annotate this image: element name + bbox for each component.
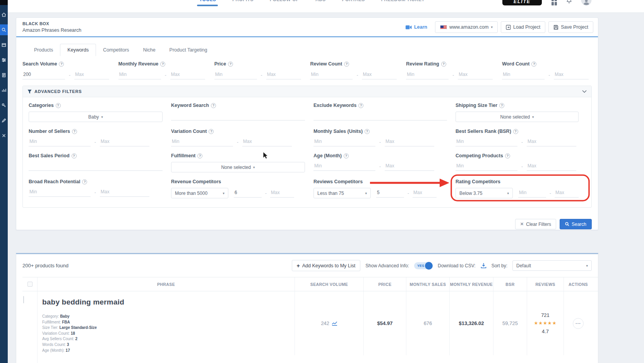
review-count-max-input[interactable] [362,71,397,79]
help-icon[interactable]: ? [72,129,77,134]
user-avatar[interactable] [581,0,591,5]
sidebar-close-icon[interactable] [0,130,8,141]
reviews-competitors-min-input[interactable] [376,189,404,198]
tab-product-targeting[interactable]: Product Targeting [163,44,214,56]
competing-min-input[interactable] [456,162,517,171]
save-project-button[interactable]: Save Project [548,21,593,33]
review-count-min-input[interactable] [310,71,353,79]
sidebar-chart-icon[interactable] [0,85,8,96]
bsr-max-input[interactable] [527,138,576,146]
column-actions[interactable]: ACTIONS [564,277,593,291]
help-icon[interactable]: ? [82,179,87,184]
load-project-button[interactable]: Load Project [501,21,545,33]
fulfillment-dropdown[interactable]: None selected▾ [171,162,305,172]
tab-competitors[interactable]: Competitors [96,44,136,56]
nav-tab-tools[interactable]: TOOLS [199,0,216,2]
sort-select[interactable]: Default▾ [512,260,592,271]
shipping-size-tier-dropdown[interactable]: None selected▾ [456,112,579,122]
help-icon[interactable]: ? [441,62,446,67]
clear-filters-button[interactable]: ✕Clear Filters [515,219,556,229]
tab-products[interactable]: Products [27,44,60,56]
column-bsr[interactable]: BSR [493,277,527,291]
age-min-input[interactable] [313,162,375,171]
collapse-chevron-icon[interactable] [582,90,587,93]
column-monthly-sales[interactable]: MONTHLY SALES [406,277,449,291]
nav-tab-freedom-ticket[interactable]: FREEDOM TICKET [381,0,425,2]
broad-reach-min-input[interactable] [29,188,91,197]
word-count-max-input[interactable] [554,71,589,79]
help-icon[interactable]: ? [72,153,77,158]
monthly-revenue-max-input[interactable] [170,71,205,79]
nav-tab-portals[interactable]: PORTALS [342,0,365,2]
help-icon[interactable]: ? [531,62,536,67]
sellers-max-input[interactable] [100,138,149,146]
help-icon[interactable]: ? [228,62,233,67]
search-button[interactable]: Search [560,219,592,229]
sidebar-pen-icon[interactable] [0,115,8,126]
rating-competitors-max-input[interactable] [555,189,579,198]
help-icon[interactable]: ? [59,62,64,67]
sellers-min-input[interactable] [29,138,91,146]
revenue-competitors-max-input[interactable] [270,189,294,198]
search-volume-min-input[interactable] [22,71,65,79]
rating-competitors-select[interactable]: Below 3.75▾ [456,188,513,198]
sidebar-search-icon[interactable] [0,24,8,35]
broad-reach-max-input[interactable] [100,188,149,197]
rating-competitors-min-input[interactable] [518,189,546,198]
show-advanced-info-toggle[interactable]: YES [414,262,433,270]
row-actions-button[interactable]: ... [573,318,584,329]
keyword-search-input[interactable] [171,112,305,120]
nav-tab-follow-up[interactable]: FOLLOW-UP [270,0,299,2]
monthly-revenue-min-input[interactable] [118,71,161,79]
reviews-competitors-max-input[interactable] [413,189,437,198]
help-icon[interactable]: ? [209,129,214,134]
learn-button[interactable]: Learn [401,21,432,33]
tab-keywords[interactable]: Keywords [60,44,96,56]
word-count-min-input[interactable] [502,71,545,79]
help-icon[interactable]: ? [505,153,510,158]
phrase-title[interactable]: baby bedding mermaid [42,298,124,306]
exclude-keywords-input[interactable] [313,112,447,120]
search-volume-max-input[interactable] [74,71,109,79]
competing-max-input[interactable] [527,162,576,171]
help-icon[interactable]: ? [344,153,349,158]
column-price[interactable]: PRICE [363,277,406,291]
sidebar-sliders-icon[interactable] [0,55,8,65]
trend-chart-icon[interactable] [332,321,337,326]
age-max-input[interactable] [385,162,434,171]
monthly-sales-max-input[interactable] [385,138,434,146]
variation-min-input[interactable] [171,138,233,146]
advanced-filters-header[interactable]: ADVANCED FILTERS [23,86,591,97]
help-icon[interactable]: ? [197,153,202,158]
column-search-volume[interactable]: SEARCH VOLUME [295,277,363,291]
price-max-input[interactable] [266,71,301,79]
revenue-competitors-min-input[interactable] [234,189,262,198]
apps-grid-icon[interactable] [552,0,557,5]
review-rating-min-input[interactable] [406,71,449,79]
add-keywords-button[interactable]: +Add Keywords to My List [292,260,361,271]
sidebar-key-icon[interactable] [0,100,8,111]
help-icon[interactable]: ? [513,129,518,134]
monthly-sales-min-input[interactable] [313,138,375,146]
download-icon[interactable] [481,263,486,268]
tab-niche[interactable]: Niche [136,44,163,56]
help-icon[interactable]: ? [365,129,370,134]
column-monthly-revenue[interactable]: MONTHLY REVENUE [449,277,493,291]
help-icon[interactable]: ? [358,103,363,108]
best-sales-period-input[interactable] [29,162,163,171]
marketplace-selector[interactable]: www.amazon.com ▾ [435,21,498,33]
help-icon[interactable]: ? [211,103,216,108]
review-rating-max-input[interactable] [458,71,493,79]
select-all-checkbox[interactable] [27,282,33,287]
revenue-competitors-select[interactable]: More than 5000▾ [171,188,228,198]
nav-tab-profits[interactable]: PROFITS [232,0,253,2]
row-checkbox[interactable] [23,296,24,303]
sidebar-document-icon[interactable] [0,70,8,81]
price-min-input[interactable] [214,71,257,79]
bsr-min-input[interactable] [456,138,517,146]
categories-dropdown[interactable]: Baby▾ [29,112,163,122]
nav-tab-ads[interactable]: ADS [315,0,326,2]
notifications-bell-icon[interactable] [566,0,572,5]
reviews-competitors-select[interactable]: Less than 75▾ [313,188,371,198]
help-icon[interactable]: ? [344,62,349,67]
